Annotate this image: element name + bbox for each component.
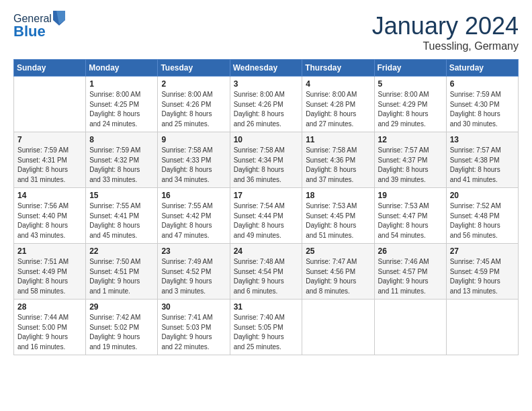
location-title: Tuessling, Germany [372, 40, 519, 52]
month-title: January 2024 [372, 12, 519, 40]
day-info: Sunrise: 7:59 AM Sunset: 4:32 PM Dayligh… [89, 146, 154, 185]
calendar-week-row: 14Sunrise: 7:56 AM Sunset: 4:40 PM Dayli… [14, 188, 519, 244]
day-info: Sunrise: 8:00 AM Sunset: 4:26 PM Dayligh… [161, 90, 226, 129]
day-number: 20 [450, 191, 515, 200]
calendar-cell [374, 300, 446, 355]
calendar-cell: 20Sunrise: 7:52 AM Sunset: 4:48 PM Dayli… [446, 188, 518, 244]
weekday-header: Wednesday [230, 60, 302, 77]
day-info: Sunrise: 7:48 AM Sunset: 4:54 PM Dayligh… [234, 257, 299, 296]
calendar-cell: 11Sunrise: 7:58 AM Sunset: 4:36 PM Dayli… [302, 132, 374, 188]
calendar-cell: 4Sunrise: 8:00 AM Sunset: 4:28 PM Daylig… [302, 77, 374, 132]
calendar-cell: 26Sunrise: 7:46 AM Sunset: 4:57 PM Dayli… [374, 244, 446, 300]
weekday-header: Saturday [446, 60, 518, 77]
calendar-week-row: 28Sunrise: 7:44 AM Sunset: 5:00 PM Dayli… [14, 300, 519, 355]
day-number: 7 [17, 135, 82, 144]
calendar-cell: 12Sunrise: 7:57 AM Sunset: 4:37 PM Dayli… [374, 132, 446, 188]
day-number: 13 [450, 135, 515, 144]
day-info: Sunrise: 7:47 AM Sunset: 4:56 PM Dayligh… [306, 257, 370, 296]
weekday-header: Thursday [302, 60, 374, 77]
weekday-header: Monday [86, 60, 158, 77]
calendar-week-row: 1Sunrise: 8:00 AM Sunset: 4:25 PM Daylig… [14, 77, 519, 132]
calendar-cell: 15Sunrise: 7:55 AM Sunset: 4:41 PM Dayli… [86, 188, 158, 244]
day-number: 18 [306, 191, 370, 200]
calendar-cell: 27Sunrise: 7:45 AM Sunset: 4:59 PM Dayli… [446, 244, 518, 300]
day-number: 6 [450, 79, 515, 89]
day-number: 30 [161, 302, 226, 312]
day-number: 2 [161, 79, 226, 89]
day-number: 5 [378, 79, 443, 89]
calendar-cell: 23Sunrise: 7:49 AM Sunset: 4:52 PM Dayli… [158, 244, 230, 300]
calendar-cell: 21Sunrise: 7:51 AM Sunset: 4:49 PM Dayli… [14, 244, 86, 300]
calendar-cell: 22Sunrise: 7:50 AM Sunset: 4:51 PM Dayli… [86, 244, 158, 300]
day-number: 26 [378, 246, 443, 256]
day-number: 11 [306, 135, 370, 144]
title-block: January 2024 Tuessling, Germany [372, 12, 519, 52]
calendar-cell: 5Sunrise: 8:00 AM Sunset: 4:29 PM Daylig… [374, 77, 446, 132]
calendar-cell: 1Sunrise: 8:00 AM Sunset: 4:25 PM Daylig… [86, 77, 158, 132]
day-number: 31 [234, 302, 299, 312]
weekday-header: Sunday [14, 60, 86, 77]
day-info: Sunrise: 7:44 AM Sunset: 5:00 PM Dayligh… [17, 313, 82, 352]
day-info: Sunrise: 8:00 AM Sunset: 4:29 PM Dayligh… [378, 90, 443, 129]
calendar-cell: 8Sunrise: 7:59 AM Sunset: 4:32 PM Daylig… [86, 132, 158, 188]
calendar-cell: 29Sunrise: 7:42 AM Sunset: 5:02 PM Dayli… [86, 300, 158, 355]
day-number: 10 [234, 135, 299, 144]
day-info: Sunrise: 7:58 AM Sunset: 4:34 PM Dayligh… [234, 146, 299, 185]
day-info: Sunrise: 7:53 AM Sunset: 4:47 PM Dayligh… [378, 201, 443, 240]
day-number: 24 [234, 246, 299, 256]
calendar-cell: 6Sunrise: 7:59 AM Sunset: 4:30 PM Daylig… [446, 77, 518, 132]
day-info: Sunrise: 7:40 AM Sunset: 5:05 PM Dayligh… [234, 313, 299, 352]
weekday-header: Tuesday [158, 60, 230, 77]
day-number: 19 [378, 191, 443, 200]
day-number: 21 [17, 246, 82, 256]
calendar-cell: 13Sunrise: 7:57 AM Sunset: 4:38 PM Dayli… [446, 132, 518, 188]
day-number: 8 [89, 135, 154, 144]
calendar-week-row: 21Sunrise: 7:51 AM Sunset: 4:49 PM Dayli… [14, 244, 519, 300]
day-info: Sunrise: 7:46 AM Sunset: 4:57 PM Dayligh… [378, 257, 443, 296]
calendar-cell: 19Sunrise: 7:53 AM Sunset: 4:47 PM Dayli… [374, 188, 446, 244]
calendar-cell: 2Sunrise: 8:00 AM Sunset: 4:26 PM Daylig… [158, 77, 230, 132]
day-number: 17 [234, 191, 299, 200]
day-number: 28 [17, 302, 82, 312]
day-info: Sunrise: 7:53 AM Sunset: 4:45 PM Dayligh… [306, 201, 370, 240]
calendar-cell [446, 300, 518, 355]
day-number: 15 [89, 191, 154, 200]
calendar-cell: 24Sunrise: 7:48 AM Sunset: 4:54 PM Dayli… [230, 244, 302, 300]
calendar-cell: 10Sunrise: 7:58 AM Sunset: 4:34 PM Dayli… [230, 132, 302, 188]
calendar-cell: 3Sunrise: 8:00 AM Sunset: 4:26 PM Daylig… [230, 77, 302, 132]
calendar-cell: 14Sunrise: 7:56 AM Sunset: 4:40 PM Dayli… [14, 188, 86, 244]
day-info: Sunrise: 7:56 AM Sunset: 4:40 PM Dayligh… [17, 201, 82, 240]
day-info: Sunrise: 8:00 AM Sunset: 4:28 PM Dayligh… [306, 90, 370, 129]
day-number: 27 [450, 246, 515, 256]
calendar-cell: 28Sunrise: 7:44 AM Sunset: 5:00 PM Dayli… [14, 300, 86, 355]
day-info: Sunrise: 7:55 AM Sunset: 4:41 PM Dayligh… [89, 201, 154, 240]
calendar-cell: 25Sunrise: 7:47 AM Sunset: 4:56 PM Dayli… [302, 244, 374, 300]
calendar-cell: 17Sunrise: 7:54 AM Sunset: 4:44 PM Dayli… [230, 188, 302, 244]
day-number: 12 [378, 135, 443, 144]
day-number: 23 [161, 246, 226, 256]
calendar-cell: 30Sunrise: 7:41 AM Sunset: 5:03 PM Dayli… [158, 300, 230, 355]
day-info: Sunrise: 7:55 AM Sunset: 4:42 PM Dayligh… [161, 201, 226, 240]
calendar-cell: 16Sunrise: 7:55 AM Sunset: 4:42 PM Dayli… [158, 188, 230, 244]
calendar-cell: 7Sunrise: 7:59 AM Sunset: 4:31 PM Daylig… [14, 132, 86, 188]
page: General Blue January 2024 Tuessling, Ger… [0, 0, 532, 362]
day-info: Sunrise: 7:57 AM Sunset: 4:37 PM Dayligh… [378, 146, 443, 185]
day-info: Sunrise: 7:58 AM Sunset: 4:36 PM Dayligh… [306, 146, 370, 185]
calendar-table: SundayMondayTuesdayWednesdayThursdayFrid… [13, 59, 519, 355]
day-number: 29 [89, 302, 154, 312]
day-info: Sunrise: 7:45 AM Sunset: 4:59 PM Dayligh… [450, 257, 515, 296]
day-info: Sunrise: 7:50 AM Sunset: 4:51 PM Dayligh… [89, 257, 154, 296]
day-info: Sunrise: 7:41 AM Sunset: 5:03 PM Dayligh… [161, 313, 226, 352]
calendar-cell: 18Sunrise: 7:53 AM Sunset: 4:45 PM Dayli… [302, 188, 374, 244]
day-number: 1 [89, 79, 154, 89]
day-number: 25 [306, 246, 370, 256]
day-info: Sunrise: 7:59 AM Sunset: 4:30 PM Dayligh… [450, 90, 515, 129]
calendar-week-row: 7Sunrise: 7:59 AM Sunset: 4:31 PM Daylig… [14, 132, 519, 188]
day-info: Sunrise: 7:49 AM Sunset: 4:52 PM Dayligh… [161, 257, 226, 296]
day-info: Sunrise: 7:54 AM Sunset: 4:44 PM Dayligh… [234, 201, 299, 240]
day-info: Sunrise: 7:59 AM Sunset: 4:31 PM Dayligh… [17, 146, 82, 185]
day-number: 3 [234, 79, 299, 89]
day-number: 14 [17, 191, 82, 200]
calendar-header-row: SundayMondayTuesdayWednesdayThursdayFrid… [14, 60, 519, 77]
day-number: 9 [161, 135, 226, 144]
